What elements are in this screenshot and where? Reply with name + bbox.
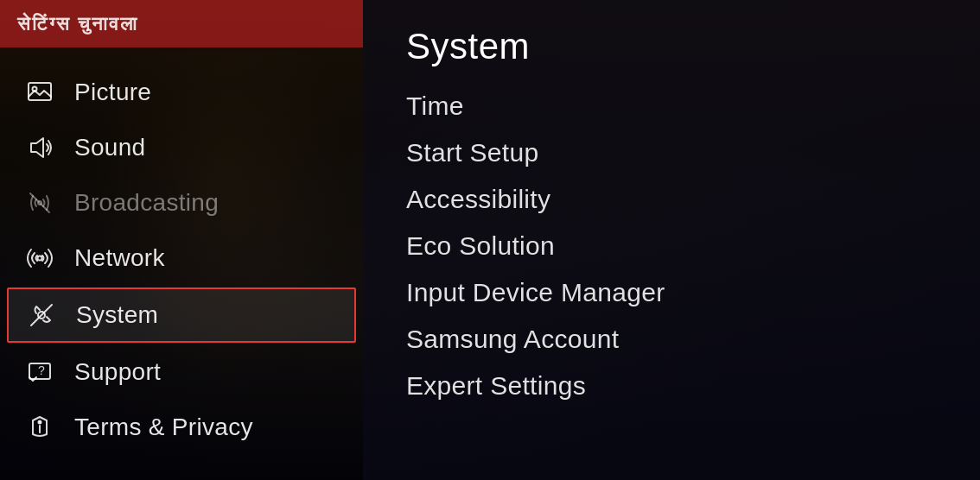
- sidebar-item-picture[interactable]: Picture: [0, 65, 363, 120]
- network-icon: [24, 243, 55, 274]
- sound-icon: [24, 132, 55, 163]
- sidebar-items: Picture Sound: [0, 65, 363, 455]
- panel-item-time[interactable]: Time: [406, 83, 937, 129]
- sidebar-label-picture: Picture: [74, 79, 151, 106]
- sidebar-item-broadcasting[interactable]: Broadcasting: [0, 175, 363, 231]
- panel-item-start-setup[interactable]: Start Setup: [406, 129, 937, 176]
- panel-item-input-device-manager[interactable]: Input Device Manager: [406, 269, 937, 316]
- sidebar-label-terms: Terms & Privacy: [74, 414, 253, 441]
- sidebar-label-broadcasting: Broadcasting: [74, 189, 219, 217]
- sidebar-label-system: System: [76, 301, 158, 329]
- panel-item-expert-settings[interactable]: Expert Settings: [406, 363, 937, 409]
- svg-point-11: [39, 421, 41, 424]
- main-panel: System Time Start Setup Accessibility Ec…: [363, 0, 980, 480]
- svg-point-5: [38, 256, 42, 261]
- terms-icon: [24, 412, 55, 443]
- support-icon: ?: [24, 357, 55, 388]
- panel-item-samsung-account[interactable]: Samsung Account: [406, 316, 937, 363]
- sidebar-item-network[interactable]: Network: [0, 231, 363, 286]
- svg-marker-2: [31, 138, 43, 157]
- panel-items: Time Start Setup Accessibility Eco Solut…: [406, 83, 937, 409]
- top-banner: सेटिंग्स चुनावला: [0, 0, 363, 47]
- picture-icon: [24, 77, 55, 108]
- panel-item-eco-solution[interactable]: Eco Solution: [406, 223, 937, 269]
- sidebar-item-support[interactable]: ? Support: [0, 344, 363, 400]
- sidebar-item-system[interactable]: System: [7, 287, 356, 343]
- svg-text:?: ?: [38, 363, 45, 377]
- sidebar-label-support: Support: [74, 358, 161, 386]
- svg-rect-0: [29, 83, 51, 100]
- panel-item-accessibility[interactable]: Accessibility: [406, 176, 937, 223]
- system-icon: [26, 300, 57, 331]
- sidebar-label-network: Network: [74, 244, 165, 272]
- sidebar-item-sound[interactable]: Sound: [0, 120, 363, 175]
- sidebar: Picture Sound: [0, 0, 363, 480]
- banner-text: सेटिंग्स चुनावला: [17, 13, 138, 35]
- sidebar-item-terms[interactable]: Terms & Privacy: [0, 400, 363, 455]
- broadcasting-icon: [24, 187, 55, 218]
- panel-title: System: [406, 26, 937, 67]
- sidebar-label-sound: Sound: [74, 134, 145, 161]
